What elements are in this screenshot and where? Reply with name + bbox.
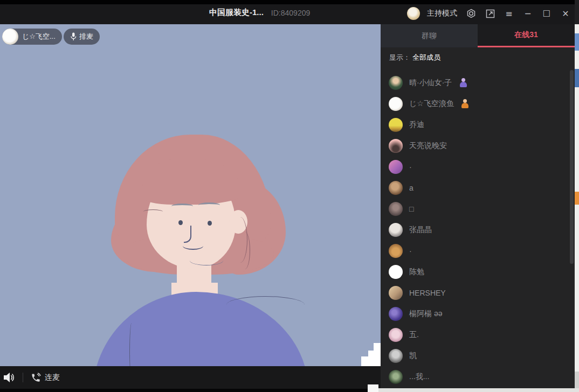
window-edge [0, 389, 381, 392]
member-row[interactable]: 陈勉 [389, 261, 567, 282]
member-name: a [409, 184, 413, 192]
member-name: じ☆飞空浪鱼 [409, 99, 454, 109]
member-filter-row: 显示： 全部成员 [381, 47, 575, 68]
member-avatar [389, 307, 403, 321]
member-avatar [389, 97, 403, 111]
member-name: 陈勉 [409, 267, 424, 277]
maximize-button[interactable]: ☐ [541, 8, 553, 19]
member-avatar [389, 349, 403, 363]
member-name: · [409, 163, 412, 171]
member-list-scrollbar[interactable] [570, 70, 574, 264]
member-name: 张晶晶 [409, 225, 432, 235]
member-row[interactable]: 天亮说晚安 [389, 135, 567, 156]
current-speaker-badge[interactable]: じ☆飞空... [2, 29, 62, 45]
member-name: 天亮说晚安 [409, 141, 447, 151]
background-window-bottom [368, 388, 579, 392]
voice-link-button[interactable]: 连麦 [31, 373, 60, 383]
member-row[interactable]: 张晶晶 [389, 219, 567, 240]
member-name: 乔迪 [409, 120, 424, 130]
member-avatar [389, 76, 403, 90]
member-avatar [389, 244, 403, 258]
member-avatar [389, 223, 403, 237]
speaker-avatar [2, 29, 18, 45]
menu-icon[interactable]: ≡ [503, 8, 515, 19]
filter-value-dropdown[interactable]: 全部成员 [412, 53, 440, 62]
member-name: 五. [409, 330, 419, 340]
sidebar-tabs: 群聊 在线31 [381, 24, 575, 47]
member-name: · [409, 247, 412, 255]
member-list: 晴·小仙女·子 じ☆飞空浪鱼 乔迪 天亮说晚安 · a □ 张晶晶 · 陈勉 H… [381, 68, 575, 389]
window-title: 中国服装史-1... [209, 8, 264, 18]
member-avatar [389, 139, 403, 153]
member-avatar [389, 265, 403, 279]
member-name: HERSHEY [409, 289, 446, 297]
member-avatar [389, 181, 403, 195]
queue-mic-label: 排麦 [79, 32, 93, 41]
queue-mic-button[interactable]: 排麦 [64, 29, 100, 45]
user-avatar[interactable] [407, 7, 420, 20]
speaker-volume-button[interactable] [3, 372, 16, 383]
phone-call-icon [31, 373, 41, 383]
toolbar-divider [23, 373, 23, 382]
member-row[interactable]: 乔迪 [389, 114, 567, 135]
bottom-toolbar: 连麦 [0, 366, 381, 389]
member-row[interactable]: 楊阿楊 əə [389, 303, 567, 324]
member-name: 凯 [409, 351, 417, 361]
background-window-corner [368, 384, 378, 392]
filter-label: 显示： [389, 53, 410, 62]
microphone-icon [70, 32, 77, 41]
member-avatar [389, 118, 403, 132]
live-class-window: 中国服装史-1... ID:8409209 主持模式 ≡ ─ ☐ ✕ [0, 0, 579, 392]
background-window-edge [575, 0, 579, 392]
member-row[interactable]: a [389, 177, 567, 198]
host-mode-label[interactable]: 主持模式 [427, 9, 457, 18]
titlebar-controls: 主持模式 ≡ ─ ☐ ✕ [407, 5, 571, 22]
member-row[interactable]: じ☆飞空浪鱼 [389, 93, 567, 114]
settings-icon[interactable] [465, 8, 477, 19]
member-name: □ [409, 205, 413, 213]
room-id: ID:8409209 [271, 9, 310, 17]
member-row[interactable]: HERSHEY [389, 282, 567, 303]
speaker-name: じ☆飞空... [22, 32, 56, 41]
member-avatar [389, 328, 403, 342]
minimize-button[interactable]: ─ [522, 8, 534, 19]
member-row[interactable]: □ [389, 198, 567, 219]
member-avatar [389, 370, 403, 384]
title-group: 中国服装史-1... ID:8409209 [209, 8, 310, 18]
speaker-icon [3, 372, 16, 383]
member-row[interactable]: · [389, 240, 567, 261]
member-name: ...我... [409, 372, 429, 382]
member-row[interactable]: 凯 [389, 345, 567, 366]
video-stage: じ☆飞空... 排麦 [0, 24, 381, 366]
sidebar: 群聊 在线31 显示： 全部成员 晴·小仙女·子 じ☆飞空浪鱼 乔迪 天亮说晚安… [381, 24, 575, 389]
member-avatar [389, 160, 403, 174]
member-row[interactable]: 晴·小仙女·子 [389, 72, 567, 93]
member-avatar [389, 202, 403, 216]
member-row[interactable]: · [389, 156, 567, 177]
popout-icon[interactable] [484, 8, 496, 19]
close-button[interactable]: ✕ [560, 8, 571, 19]
titlebar: 中国服装史-1... ID:8409209 主持模式 ≡ ─ ☐ ✕ [0, 0, 579, 24]
member-avatar [389, 286, 403, 300]
voice-link-label: 连麦 [45, 373, 60, 382]
tab-online-members[interactable]: 在线31 [478, 24, 575, 47]
member-name: 楊阿楊 əə [409, 309, 442, 319]
member-row[interactable]: ...我... [389, 366, 567, 387]
member-name: 晴·小仙女·子 [409, 78, 452, 88]
member-row[interactable]: 五. [389, 324, 567, 345]
role-badge-purple-person-icon [459, 78, 467, 87]
role-badge-orange-person-icon [461, 99, 469, 108]
tab-group-chat[interactable]: 群聊 [381, 24, 478, 47]
